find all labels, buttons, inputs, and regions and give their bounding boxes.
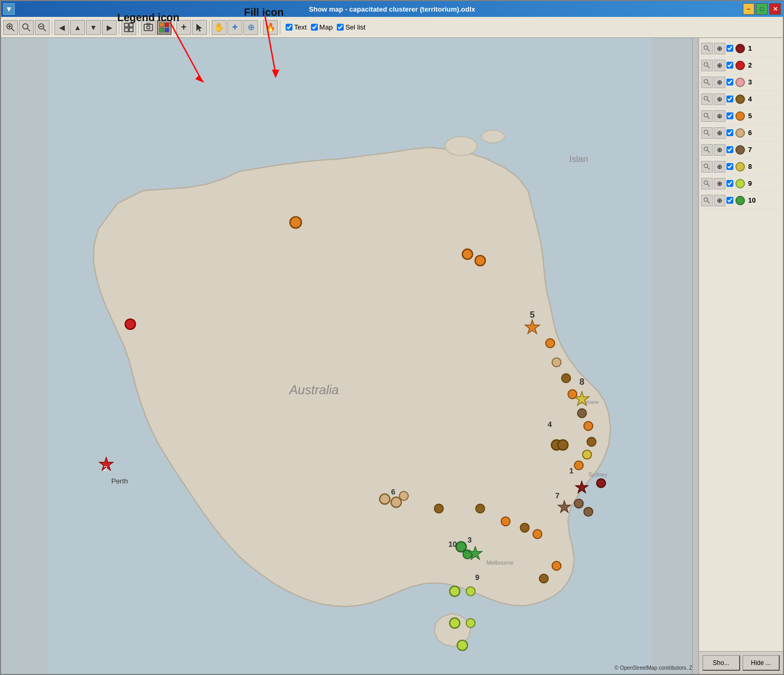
pan-up-button[interactable]: ▲ <box>70 20 85 35</box>
legend-item-4: ⊕ 4 <box>701 91 781 108</box>
sep4 <box>174 21 174 34</box>
svg-point-75 <box>450 618 460 628</box>
legend-checkbox-6[interactable] <box>726 129 733 136</box>
legend-move-8[interactable]: ⊕ <box>714 161 725 173</box>
window-title: Show map - capacitated clusterer (territ… <box>309 5 475 13</box>
legend-move-1[interactable]: ⊕ <box>714 43 725 54</box>
svg-point-37 <box>546 339 555 348</box>
svg-point-40 <box>568 389 577 398</box>
legend-checkbox-1[interactable] <box>726 45 733 52</box>
legend-move-4[interactable]: ⊕ <box>714 93 725 105</box>
map-attribution: © OpenStreetMap contributors. Z4 <box>615 665 695 671</box>
svg-point-21 <box>445 137 477 156</box>
legend-move-5[interactable]: ⊕ <box>714 110 725 122</box>
legend-checkbox-5[interactable] <box>726 112 733 119</box>
text-checkbox[interactable] <box>286 24 292 31</box>
legend-move-10[interactable]: ⊕ <box>714 195 725 206</box>
svg-text:★: ★ <box>524 316 541 338</box>
legend-move-9[interactable]: ⊕ <box>714 178 725 189</box>
svg-line-83 <box>707 66 710 68</box>
pan-tool-button[interactable]: ✋ <box>212 20 226 35</box>
legend-item-5: ⊕ 5 <box>701 108 781 125</box>
pan-right-button[interactable]: ▶ <box>102 20 117 35</box>
text-label[interactable]: Text <box>294 23 307 31</box>
maximize-button[interactable]: □ <box>756 3 768 15</box>
svg-point-60 <box>399 491 408 500</box>
legend-search-10[interactable] <box>701 195 713 206</box>
legend-checkbox-7[interactable] <box>726 146 733 153</box>
svg-point-88 <box>704 113 708 117</box>
refresh-button[interactable]: 🔥 <box>263 20 278 35</box>
window-menu-button[interactable]: ▼ <box>3 3 15 15</box>
minimize-button[interactable]: − <box>743 3 754 15</box>
legend-color-8 <box>735 162 745 172</box>
legend-button[interactable] <box>157 20 172 35</box>
map-checkbox[interactable] <box>311 24 318 31</box>
svg-point-43 <box>587 438 596 446</box>
svg-point-38 <box>552 358 561 367</box>
legend-label-8: 8 <box>748 163 752 170</box>
legend-search-3[interactable] <box>701 77 713 88</box>
sep2 <box>119 21 119 34</box>
legend-checkbox-8[interactable] <box>726 163 733 170</box>
legend-move-2[interactable]: ⊕ <box>714 60 725 71</box>
legend-move-7[interactable]: ⊕ <box>714 144 725 156</box>
svg-point-74 <box>466 587 475 596</box>
svg-point-62 <box>476 504 485 513</box>
svg-point-65 <box>533 529 542 538</box>
legend-search-9[interactable] <box>701 178 713 189</box>
legend-move-6[interactable]: ⊕ <box>714 127 725 139</box>
legend-search-7[interactable] <box>701 144 713 156</box>
svg-point-84 <box>704 79 708 83</box>
legend-item-7: ⊕ 7 <box>701 141 781 158</box>
window-controls: − □ ✕ <box>743 3 781 15</box>
move-node-button[interactable]: + <box>228 20 242 35</box>
legend-item-6: ⊕ 6 <box>701 125 781 141</box>
zoom-out-button[interactable] <box>35 20 50 35</box>
svg-point-52 <box>597 479 606 488</box>
svg-text:9: 9 <box>475 573 479 582</box>
legend-search-8[interactable] <box>701 161 713 173</box>
legend-search-4[interactable] <box>701 93 713 105</box>
legend-search-1[interactable] <box>701 43 713 54</box>
show-button[interactable]: Sho... <box>702 655 740 671</box>
hide-button[interactable]: Hide ... <box>742 655 780 671</box>
zoom-all-button[interactable] <box>19 20 34 35</box>
legend-checkbox-3[interactable] <box>726 79 733 85</box>
legend-checkbox-9[interactable] <box>726 180 733 187</box>
legend-search-2[interactable] <box>701 60 713 71</box>
svg-point-41 <box>578 409 587 418</box>
legend-checkbox-4[interactable] <box>726 96 733 102</box>
map-scrollbar[interactable] <box>692 38 698 674</box>
svg-rect-11 <box>125 28 128 32</box>
legend-checkbox-2[interactable] <box>726 62 733 69</box>
close-button[interactable]: ✕ <box>769 3 781 15</box>
svg-point-14 <box>147 26 150 29</box>
pan-down-button[interactable]: ▼ <box>86 20 101 35</box>
legend-scroll[interactable]: ⊕ 1 ⊕ 2 <box>699 38 783 651</box>
fit-button[interactable] <box>121 20 136 35</box>
legend-checkbox-10[interactable] <box>726 197 733 204</box>
legend-color-9 <box>735 179 745 188</box>
svg-text:4: 4 <box>547 420 552 429</box>
sel-list-label[interactable]: Sel list <box>345 23 365 31</box>
svg-text:★: ★ <box>574 478 589 497</box>
move-cross-button[interactable]: ⊕ <box>243 20 258 35</box>
svg-point-61 <box>434 504 443 513</box>
legend-search-6[interactable] <box>701 127 713 139</box>
svg-point-42 <box>584 422 593 431</box>
legend-panel: ⊕ 1 ⊕ 2 <box>698 38 783 674</box>
add-node-button[interactable]: + <box>176 20 191 35</box>
svg-point-90 <box>704 130 708 134</box>
sel-list-checkbox[interactable] <box>337 24 344 31</box>
map-label[interactable]: Map <box>319 23 333 31</box>
zoom-in-button[interactable] <box>3 20 18 35</box>
pan-left-button[interactable]: ◀ <box>54 20 69 35</box>
select-button[interactable] <box>192 20 207 35</box>
svg-rect-19 <box>165 28 169 32</box>
map-area[interactable]: Australia Islan ★ 2 Perth 5 ★ <box>1 38 698 674</box>
screenshot-button[interactable] <box>141 20 156 35</box>
legend-move-3[interactable]: ⊕ <box>714 77 725 88</box>
legend-search-5[interactable] <box>701 110 713 122</box>
svg-point-56 <box>584 507 593 516</box>
